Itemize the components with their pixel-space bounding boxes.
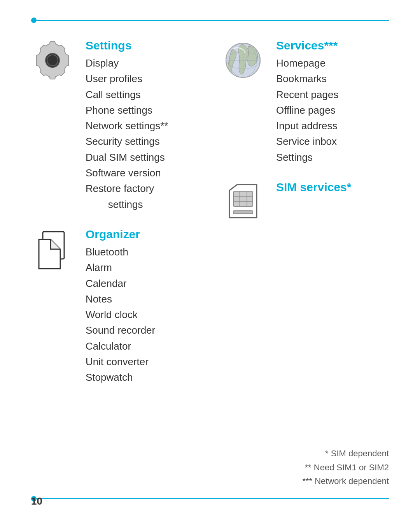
content-area: Settings Display User profiles Call sett… (31, 39, 389, 401)
left-column: Settings Display User profiles Call sett… (31, 39, 198, 401)
globe-icon (224, 41, 262, 80)
gear-icon (33, 41, 72, 80)
list-item: Software version (86, 165, 198, 181)
services-items: Homepage Bookmarks Recent pages Offline … (276, 55, 389, 165)
organizer-icon (35, 230, 70, 273)
list-item: Dual SIM settings (86, 150, 198, 165)
sim-services-section: SIM services* (222, 181, 389, 220)
list-item: Input address (276, 118, 389, 134)
list-item: Restore factory settings (86, 181, 198, 212)
organizer-section: Organizer Bluetooth Alarm Calendar Notes… (31, 228, 198, 385)
footnote-3: *** Network dependent (302, 474, 389, 488)
services-text-area: Services*** Homepage Bookmarks Recent pa… (276, 39, 389, 165)
page-container: Settings Display User profiles Call sett… (0, 0, 420, 519)
svg-rect-10 (233, 191, 253, 207)
list-item: Call settings (86, 87, 198, 102)
organizer-text-area: Organizer Bluetooth Alarm Calendar Notes… (86, 228, 198, 385)
organizer-items: Bluetooth Alarm Calendar Notes World clo… (86, 244, 198, 385)
list-item: User profiles (86, 71, 198, 86)
services-section: Services*** Homepage Bookmarks Recent pa… (222, 39, 389, 165)
globe-icon-area (222, 39, 264, 165)
footnote-2: ** Need SIM1 or SIM2 (302, 461, 389, 474)
list-item: Security settings (86, 134, 198, 149)
page-number: 10 (31, 495, 42, 507)
list-item: Calendar (86, 276, 198, 291)
list-item: Network settings** (86, 118, 198, 134)
list-item: World clock (86, 307, 198, 322)
footnotes: * SIM dependent ** Need SIM1 or SIM2 ***… (302, 447, 389, 488)
sim-services-text-area: SIM services* (276, 181, 389, 220)
top-line (31, 20, 389, 21)
sim-icon-area (222, 181, 264, 220)
list-item: Offline pages (276, 102, 389, 118)
settings-text-area: Settings Display User profiles Call sett… (86, 39, 198, 212)
settings-icon-area (31, 39, 74, 212)
list-item: Phone settings (86, 102, 198, 118)
list-item: Alarm (86, 260, 198, 275)
settings-section: Settings Display User profiles Call sett… (31, 39, 198, 212)
list-item: Homepage (276, 55, 389, 71)
right-column: Services*** Homepage Bookmarks Recent pa… (222, 39, 389, 401)
organizer-title: Organizer (86, 228, 198, 241)
organizer-icon-area (31, 228, 74, 385)
list-item: Bookmarks (276, 71, 389, 86)
sim-card-icon (228, 183, 259, 220)
list-item: Sound recorder (86, 322, 198, 338)
list-item: Recent pages (276, 87, 389, 102)
footnote-1: * SIM dependent (302, 447, 389, 460)
sim-services-title: SIM services* (276, 181, 389, 194)
settings-title: Settings (86, 39, 198, 52)
list-item: Notes (86, 291, 198, 307)
svg-rect-15 (233, 211, 253, 214)
list-item: Settings (276, 150, 389, 165)
list-item: Bluetooth (86, 244, 198, 260)
list-item: Calculator (86, 338, 198, 354)
list-item: Display (86, 55, 198, 71)
list-item: Stopwatch (86, 369, 198, 385)
services-title: Services*** (276, 39, 389, 52)
bottom-line (31, 498, 389, 499)
list-item: Service inbox (276, 134, 389, 149)
svg-point-0 (46, 53, 60, 67)
list-item: Unit converter (86, 354, 198, 369)
settings-items: Display User profiles Call settings Phon… (86, 55, 198, 212)
